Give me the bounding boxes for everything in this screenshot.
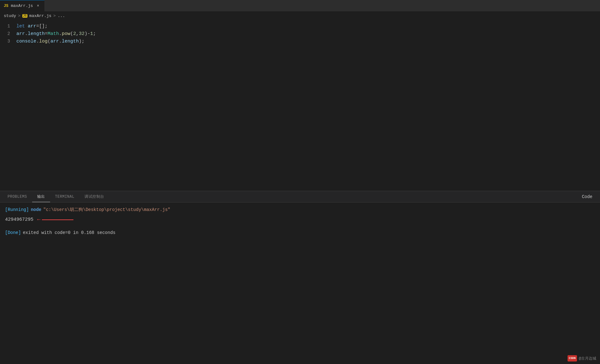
breadcrumb-js-icon: JS [22, 14, 27, 18]
tab-close-button[interactable]: × [36, 3, 41, 9]
main-content: study > JS maxArr.js > ... 1let arr=[];2… [0, 11, 600, 364]
token-var: arr [28, 24, 36, 29]
token-var: arr [50, 39, 59, 44]
token-punct: , [76, 31, 79, 37]
token-num: 1 [90, 31, 93, 37]
tab-terminal[interactable]: TERMINAL [50, 191, 80, 202]
panel-content: [Running] node "c:\Users\胡二狗\Desktop\pro… [0, 202, 600, 364]
tab-maxarrjs[interactable]: JS maxArr.js × [0, 0, 44, 11]
token-num: 2 [73, 31, 76, 37]
output-result-line: 4294967295 ← [5, 215, 595, 224]
cmd-node: node [31, 206, 42, 213]
arrow-line [42, 219, 73, 220]
token-punct: ; [93, 31, 96, 37]
csdn-logo: CSDN [568, 355, 577, 361]
token-obj: Math [48, 31, 59, 37]
token-punct: =[]; [36, 24, 48, 29]
tab-debug-console[interactable]: 调试控制台 [79, 191, 109, 202]
tab-problems[interactable]: PROBLEMS [3, 191, 32, 202]
token-var: arr [16, 31, 25, 37]
js-tab-icon: JS [4, 4, 8, 8]
token-punct: . [36, 39, 39, 44]
token-kw: let [16, 24, 28, 29]
token-var: console [16, 39, 36, 44]
line-number-1: 1 [1, 24, 16, 29]
token-punct: = [45, 31, 48, 37]
author-label: @古月边城 [579, 356, 596, 361]
breadcrumb-sep2: > [53, 14, 56, 18]
panel-right-label: Code [577, 194, 597, 199]
result-number: 4294967295 [5, 216, 33, 224]
code-content-1: let arr=[]; [16, 23, 48, 30]
code-line-1: 1let arr=[]; [0, 23, 600, 30]
breadcrumb-file: maxArr.js [29, 14, 51, 18]
watermark: CSDN @古月边城 [568, 355, 596, 361]
breadcrumb-dots: ... [58, 14, 65, 18]
tab-output[interactable]: 输出 [32, 191, 50, 202]
breadcrumb-folder: study [4, 14, 16, 18]
token-punct: . [59, 39, 62, 44]
breadcrumb-sep1: > [18, 14, 20, 18]
code-line-2: 2arr.length=Math.pow(2,32)-1; [0, 30, 600, 38]
line-number-2: 2 [1, 31, 16, 36]
token-punct: . [25, 31, 28, 37]
token-prop: length [62, 39, 79, 44]
arrow-icon: ← [37, 215, 41, 224]
token-fn: pow [62, 31, 70, 37]
output-running-line: [Running] node "c:\Users\胡二狗\Desktop\pro… [5, 206, 595, 213]
token-fn: log [39, 39, 48, 44]
running-tag: [Running] [5, 206, 29, 213]
code-content-3: console.log(arr.length); [16, 38, 84, 45]
code-content-2: arr.length=Math.pow(2,32)-1; [16, 30, 96, 38]
cmd-path: "c:\Users\胡二狗\Desktop\project\study\maxA… [43, 206, 170, 213]
code-line-3: 3console.log(arr.length); [0, 38, 600, 45]
done-tag: [Done] [5, 229, 21, 236]
output-done-line: [Done] exited with code=0 in 0.168 secon… [5, 229, 595, 236]
bottom-panel: PROBLEMS 输出 TERMINAL 调试控制台 Code [Running… [0, 191, 600, 364]
token-num: 32 [79, 31, 84, 37]
token-punct: ); [79, 39, 84, 44]
line-number-3: 3 [1, 39, 16, 44]
tab-filename: maxArr.js [11, 3, 33, 8]
token-punct: . [59, 31, 62, 37]
breadcrumb: study > JS maxArr.js > ... [0, 11, 600, 20]
done-text: exited with code=0 in 0.168 seconds [23, 229, 115, 236]
token-prop: length [28, 31, 45, 37]
token-punct: ( [48, 39, 50, 44]
tab-bar: JS maxArr.js × [0, 0, 600, 11]
panel-tab-bar: PROBLEMS 输出 TERMINAL 调试控制台 Code [0, 191, 600, 202]
token-punct: )- [84, 31, 90, 37]
token-punct: ( [70, 31, 73, 37]
